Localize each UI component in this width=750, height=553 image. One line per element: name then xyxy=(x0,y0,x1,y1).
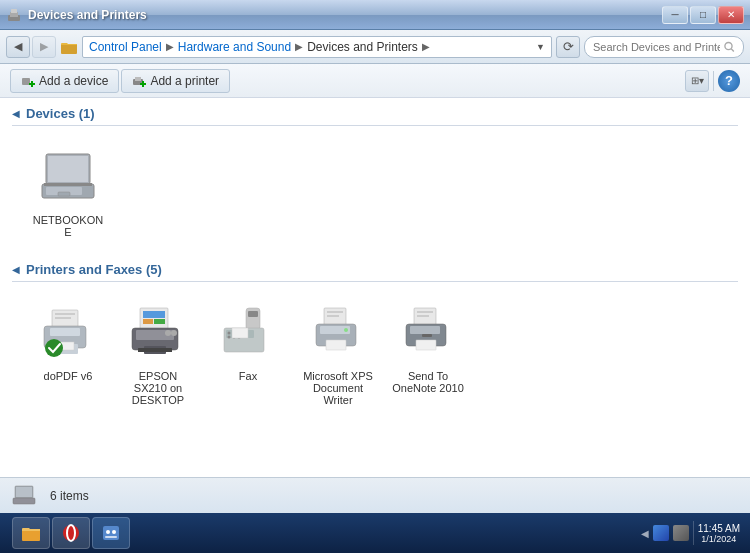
status-count: 6 items xyxy=(50,489,89,503)
devices-section-title: Devices (1) xyxy=(26,106,95,121)
address-bar: ◀ ▶ Control Panel ▶ Hardware and Sound ▶… xyxy=(0,30,750,64)
svg-point-33 xyxy=(165,330,171,336)
printer-label-epson: EPSON SX210 on DESKTOP xyxy=(122,370,194,406)
svg-rect-2 xyxy=(11,9,17,13)
title-bar-controls: ─ □ ✕ xyxy=(662,6,744,24)
close-button[interactable]: ✕ xyxy=(718,6,744,24)
title-bar-left: Devices and Printers xyxy=(6,7,147,23)
breadcrumb-control-panel[interactable]: Control Panel xyxy=(89,40,162,54)
search-icon xyxy=(724,41,735,53)
breadcrumb-hardware[interactable]: Hardware and Sound xyxy=(178,40,291,54)
folder-icon xyxy=(60,39,78,55)
svg-rect-14 xyxy=(48,156,88,182)
svg-rect-6 xyxy=(22,78,30,85)
tray-icon-1 xyxy=(653,525,669,541)
tray-icon-2 xyxy=(673,525,689,541)
svg-rect-38 xyxy=(248,311,258,317)
minimize-button[interactable]: ─ xyxy=(662,6,688,24)
printers-section-header: ◀ Printers and Faxes (5) xyxy=(12,262,738,282)
back-button[interactable]: ◀ xyxy=(6,36,30,58)
taskbar-btn-opera[interactable] xyxy=(52,517,90,549)
printers-collapse-arrow[interactable]: ◀ xyxy=(12,264,20,275)
svg-rect-64 xyxy=(13,498,35,504)
forward-button[interactable]: ▶ xyxy=(32,36,56,58)
svg-point-41 xyxy=(228,332,231,335)
main-content: ◀ Devices (1) NETBOO xyxy=(0,98,750,477)
taskbar: ◀ 11:45 AM 1/1/2024 xyxy=(0,513,750,553)
svg-rect-50 xyxy=(327,315,339,317)
sep2: ▶ xyxy=(295,41,303,52)
taskbar-opera-icon xyxy=(61,524,81,542)
printer-item-dopdf[interactable]: doPDF v6 xyxy=(28,298,108,410)
view-button[interactable]: ⊞▾ xyxy=(685,70,709,92)
printer-item-fax[interactable]: Fax xyxy=(208,298,288,410)
svg-rect-49 xyxy=(327,311,343,313)
help-button[interactable]: ? xyxy=(718,70,740,92)
printer-item-epson[interactable]: EPSON SX210 on DESKTOP xyxy=(118,298,198,410)
printer-label-dopdf: doPDF v6 xyxy=(44,370,93,382)
svg-rect-28 xyxy=(143,311,165,318)
add-printer-button[interactable]: Add a printer xyxy=(121,69,230,93)
svg-rect-61 xyxy=(422,334,432,337)
toolbar-divider xyxy=(713,71,714,91)
nav-buttons: ◀ ▶ xyxy=(6,36,56,58)
onenote-icon xyxy=(396,302,460,366)
add-device-button[interactable]: Add a device xyxy=(10,69,119,93)
fax-svg xyxy=(216,306,280,362)
search-input[interactable] xyxy=(593,41,720,53)
svg-rect-36 xyxy=(138,348,172,352)
devices-section-header: ◀ Devices (1) xyxy=(12,106,738,126)
printer-item-xps[interactable]: Microsoft XPS Document Writer xyxy=(298,298,378,410)
fax-icon xyxy=(216,302,280,366)
svg-rect-29 xyxy=(143,319,153,324)
svg-point-70 xyxy=(112,530,116,534)
xps-svg xyxy=(306,306,370,362)
taskbar-control-panel-icon xyxy=(101,524,121,542)
taskbar-folder-icon xyxy=(21,524,41,542)
status-bar: 6 items xyxy=(0,477,750,513)
printer-label-fax: Fax xyxy=(239,370,257,382)
epson-svg xyxy=(126,306,190,362)
device-item-netbookone[interactable]: NETBOOKONE xyxy=(28,142,108,242)
devices-grid: NETBOOKONE xyxy=(12,134,738,250)
address-path[interactable]: Control Panel ▶ Hardware and Sound ▶ Dev… xyxy=(82,36,552,58)
svg-rect-71 xyxy=(105,536,117,538)
svg-rect-3 xyxy=(61,44,77,54)
toolbar: Add a device Add a printer ⊞▾ ? xyxy=(0,64,750,98)
taskbar-btn-control-panel[interactable] xyxy=(92,517,130,549)
svg-point-54 xyxy=(344,328,348,332)
title-bar: Devices and Printers ─ □ ✕ xyxy=(0,0,750,30)
netbook-svg xyxy=(38,148,98,208)
dopdf-icon xyxy=(36,302,100,366)
printer-item-onenote[interactable]: Send To OneNote 2010 xyxy=(388,298,468,410)
devices-collapse-arrow[interactable]: ◀ xyxy=(12,108,20,119)
svg-rect-17 xyxy=(58,192,70,196)
svg-point-44 xyxy=(228,336,231,339)
toolbar-right: ⊞▾ ? xyxy=(685,70,740,92)
add-device-icon xyxy=(21,74,35,88)
svg-line-5 xyxy=(731,48,734,51)
dopdf-svg xyxy=(36,306,100,362)
svg-rect-47 xyxy=(232,328,248,338)
svg-rect-23 xyxy=(50,328,80,336)
tray-sep xyxy=(693,521,694,545)
printers-grid: doPDF v6 xyxy=(12,290,738,418)
title-bar-text: Devices and Printers xyxy=(28,8,147,22)
maximize-button[interactable]: □ xyxy=(690,6,716,24)
taskbar-btn-folder[interactable] xyxy=(12,517,50,549)
status-device-icon xyxy=(12,482,40,510)
svg-rect-59 xyxy=(410,326,440,334)
sep1: ▶ xyxy=(166,41,174,52)
taskbar-tray: ◀ 11:45 AM 1/1/2024 xyxy=(635,521,746,545)
refresh-button[interactable]: ⟳ xyxy=(556,36,580,58)
svg-rect-21 xyxy=(55,317,71,319)
search-box[interactable] xyxy=(584,36,744,58)
tray-expand[interactable]: ◀ xyxy=(641,528,649,539)
svg-rect-53 xyxy=(326,340,346,350)
device-label-netbookone: NETBOOKONE xyxy=(32,214,104,238)
breadcrumb-current: Devices and Printers xyxy=(307,40,418,54)
svg-rect-63 xyxy=(16,487,32,497)
netbook-icon xyxy=(36,146,100,210)
printer-label-xps: Microsoft XPS Document Writer xyxy=(302,370,374,406)
address-dropdown[interactable]: ▼ xyxy=(536,42,545,52)
